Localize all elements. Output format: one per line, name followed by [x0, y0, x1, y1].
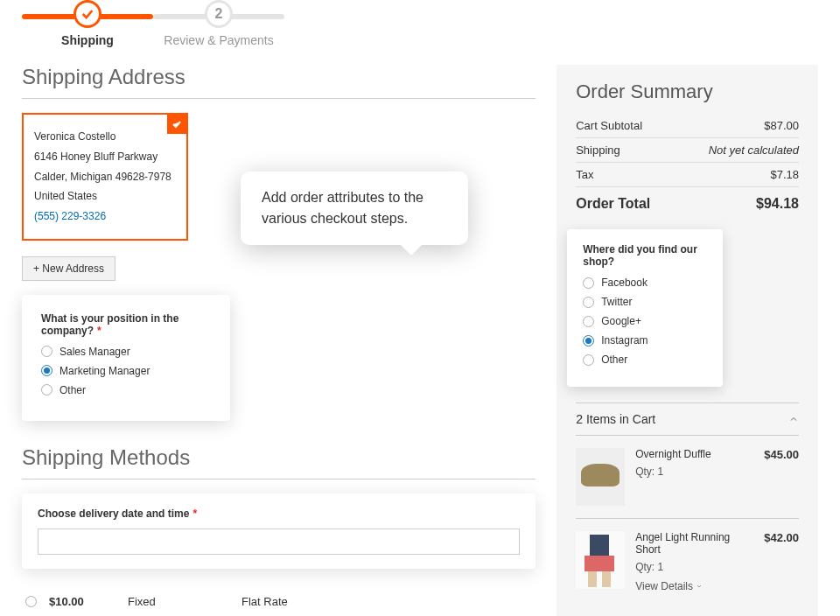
- address-phone[interactable]: (555) 229-3326: [34, 206, 176, 227]
- order-summary: Order Summary Cart Subtotal$87.00 Shippi…: [556, 65, 818, 616]
- item-thumbnail: [576, 448, 625, 506]
- delivery-date-label: Choose delivery date and time*: [38, 508, 520, 520]
- address-name: Veronica Costello: [34, 127, 176, 147]
- option-label: Facebook: [601, 276, 648, 289]
- shipping-method-row[interactable]: $10.00 Fixed Flat Rate: [22, 584, 536, 616]
- position-option[interactable]: Marketing Manager: [41, 365, 211, 377]
- progress-label-shipping: Shipping: [61, 33, 114, 47]
- cart-item: Overnight Duffle Qty: 1 $45.00: [576, 436, 799, 519]
- survey-option[interactable]: Instagram: [583, 334, 707, 346]
- survey-option[interactable]: Twitter: [583, 296, 707, 308]
- radio-icon: [583, 335, 594, 346]
- method-type: Fixed: [128, 595, 242, 608]
- position-option[interactable]: Sales Manager: [41, 346, 211, 358]
- progress-step-shipping[interactable]: [74, 0, 102, 28]
- method-name: Flat Rate: [242, 595, 532, 608]
- survey-option[interactable]: Facebook: [583, 276, 707, 289]
- address-card[interactable]: Veronica Costello 6146 Honey Bluff Parkw…: [22, 113, 188, 241]
- checkmark-icon: [80, 7, 94, 21]
- survey-label: Where did you find our shop?: [583, 243, 707, 268]
- position-option[interactable]: Other: [41, 384, 211, 396]
- new-address-button[interactable]: + New Address: [22, 256, 116, 281]
- address-city: Calder, Michigan 49628-7978: [34, 167, 176, 187]
- item-qty: Qty: 1: [635, 561, 753, 573]
- radio-icon: [41, 365, 52, 376]
- delivery-date-input[interactable]: [38, 528, 520, 555]
- selected-check-icon: [167, 115, 186, 134]
- radio-icon: [583, 297, 594, 308]
- item-qty: Qty: 1: [635, 466, 753, 478]
- checkout-progress: Shipping 2 Review & Payments: [22, 0, 284, 47]
- shipping-label: Shipping: [576, 144, 620, 157]
- progress-step-review[interactable]: 2: [205, 0, 233, 28]
- shipping-value: Not yet calculated: [709, 144, 799, 157]
- item-thumbnail: [576, 531, 625, 589]
- radio-icon: [583, 277, 594, 289]
- delivery-date-card: Choose delivery date and time*: [22, 494, 536, 569]
- tax-label: Tax: [576, 168, 593, 181]
- tax-value: $7.18: [770, 168, 799, 181]
- chevron-down-icon: [696, 583, 703, 590]
- radio-icon: [583, 316, 594, 327]
- cart-items-label: 2 Items in Cart: [576, 412, 655, 426]
- option-label: Other: [601, 354, 627, 366]
- page-title: Shipping Address: [22, 65, 536, 89]
- subtotal-value: $87.00: [764, 119, 799, 132]
- address-street: 6146 Honey Bluff Parkway: [34, 147, 176, 167]
- item-name: Overnight Duffle: [635, 448, 753, 460]
- progress-label-review: Review & Payments: [164, 33, 273, 47]
- method-price: $10.00: [49, 595, 128, 608]
- item-price: $45.00: [764, 448, 799, 506]
- item-name: Angel Light Running Short: [635, 531, 753, 556]
- position-question-card: What is your position in the company?* S…: [22, 295, 230, 421]
- order-summary-title: Order Summary: [576, 80, 799, 103]
- total-label: Order Total: [576, 196, 650, 212]
- option-label: Google+: [601, 315, 641, 327]
- radio-icon: [583, 354, 594, 366]
- shipping-methods-title: Shipping Methods: [22, 445, 536, 470]
- radio-icon: [25, 596, 37, 607]
- option-label: Instagram: [601, 334, 648, 346]
- option-label: Marketing Manager: [60, 365, 150, 377]
- total-value: $94.18: [756, 196, 799, 212]
- survey-option[interactable]: Other: [583, 354, 707, 366]
- cart-items-toggle[interactable]: 2 Items in Cart: [576, 402, 799, 436]
- option-label: Sales Manager: [60, 346, 130, 358]
- position-question-label: What is your position in the company?*: [41, 312, 211, 337]
- subtotal-label: Cart Subtotal: [576, 119, 642, 132]
- option-label: Twitter: [601, 296, 632, 308]
- tooltip-bubble: Add order attributes to the various chec…: [241, 172, 468, 245]
- survey-card: Where did you find our shop? FacebookTwi…: [567, 229, 723, 387]
- view-details-link[interactable]: View Details: [635, 580, 753, 592]
- radio-icon: [41, 384, 52, 396]
- cart-item: Angel Light Running Short Qty: 1 View De…: [576, 519, 799, 605]
- item-price: $42.00: [764, 531, 799, 592]
- address-country: United States: [34, 186, 176, 206]
- option-label: Other: [60, 384, 86, 396]
- radio-icon: [41, 346, 52, 357]
- chevron-up-icon: [788, 414, 799, 424]
- survey-option[interactable]: Google+: [583, 315, 707, 327]
